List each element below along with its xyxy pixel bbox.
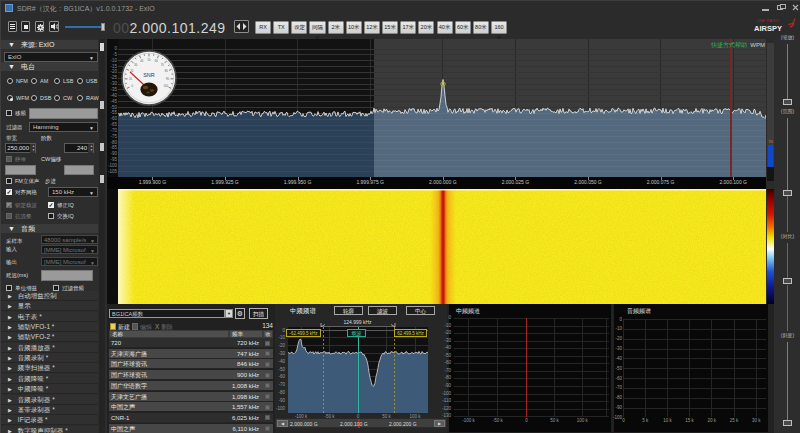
svg-text:70: 70 <box>161 63 164 67</box>
svg-text:40: 40 <box>140 59 143 63</box>
svg-text:30: 30 <box>134 63 137 67</box>
svg-text:50: 50 <box>148 58 151 62</box>
svg-text:100: 100 <box>164 84 169 88</box>
svg-text:90: 90 <box>166 77 169 81</box>
svg-text:80: 80 <box>165 69 168 73</box>
svg-text:10: 10 <box>129 77 132 81</box>
svg-text:SNR: SNR <box>143 72 155 78</box>
svg-text:60: 60 <box>155 59 158 63</box>
svg-text:∞: ∞ <box>169 92 171 96</box>
